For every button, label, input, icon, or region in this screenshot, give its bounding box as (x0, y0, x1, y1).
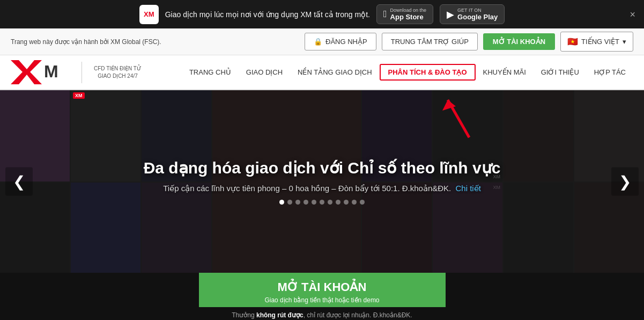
login-button[interactable]: 🔒 ĐĂNG NHẬP (305, 33, 376, 50)
apple-icon:  (383, 9, 387, 20)
dot-0[interactable] (279, 200, 284, 205)
google-play-icon: ▶ (447, 9, 454, 20)
cta-disclaimer: Thưởng không rút được, chỉ rút được lợi … (232, 311, 412, 319)
nav-item-hop-tac[interactable]: HỢP TÁC (587, 55, 633, 90)
hero-next-button[interactable]: ❯ (611, 168, 639, 196)
site-info-text: Trang web này được vận hành bởi XM Globa… (11, 38, 161, 46)
banner-close-button[interactable]: × (630, 9, 635, 20)
nav-item-trang-chu[interactable]: TRANG CHỦ (182, 55, 239, 90)
xm-main-logo: M (11, 60, 70, 84)
open-account-cta-button[interactable]: MỞ TÀI KHOẢN Giao dịch bằng tiền thật ho… (199, 273, 446, 307)
top-banner: XM Giao dịch mọi lúc mọi nơi với ứng dụn… (0, 0, 644, 28)
hero-subtitle: Tiếp cận các lĩnh vực tiên phong – 0 hoa… (163, 184, 481, 193)
dot-6[interactable] (328, 200, 332, 205)
hero-subtitle-link[interactable]: Chi tiết (455, 184, 480, 193)
cta-section: MỞ TÀI KHOẢN Giao dịch bằng tiền thật ho… (0, 273, 644, 320)
main-nav: TRANG CHỦ GIAO DỊCH NỀN TẢNG GIAO DỊCH P… (158, 55, 633, 90)
red-arrow-annotation (440, 94, 477, 145)
logo-area: M CFD TIỀN ĐIỆN TỬ GIAO DỊCH 24/7 (11, 60, 142, 84)
dot-4[interactable] (312, 200, 316, 205)
flag-icon: 🇻🇳 (567, 37, 578, 47)
dot-8[interactable] (344, 200, 349, 205)
cta-button-sub: Giao dịch bằng tiền thật hoặc tiền demo (264, 296, 379, 304)
banner-text: Giao dịch mọi lúc mọi nơi với ứng dụng X… (165, 10, 370, 19)
hero-section: XM XM XM ❮ Đa dạng hóa giao dịch với Chỉ… (0, 90, 644, 273)
nav-item-nen-tang[interactable]: NỀN TẢNG GIAO DỊCH (290, 55, 380, 90)
nav-item-gioi-thieu[interactable]: GIỚI THIỆU (534, 55, 587, 90)
dot-7[interactable] (336, 200, 340, 205)
second-bar-actions: 🔒 ĐĂNG NHẬP TRUNG TÂM TRỢ GIÚP MỞ TÀI KH… (305, 32, 633, 52)
support-button[interactable]: TRUNG TÂM TRỢ GIÚP (382, 33, 478, 50)
lock-icon: 🔒 (314, 38, 322, 46)
open-account-button-top[interactable]: MỞ TÀI KHOẢN (483, 33, 555, 50)
googleplay-button[interactable]: ▶ GET IT ON Google Play (440, 4, 505, 24)
nav-item-phan-tich[interactable]: PHÂN TÍCH & ĐÀO TẠO (380, 64, 476, 81)
nav-bar: M CFD TIỀN ĐIỆN TỬ GIAO DỊCH 24/7 TRANG … (0, 55, 644, 90)
nav-item-khuyen-mai[interactable]: KHUYẾN MÃI (476, 55, 534, 90)
hero-overlay: Đa dạng hóa giao dịch với Chỉ số theo lĩ… (0, 90, 644, 273)
logo-divider (82, 62, 82, 83)
svg-marker-0 (11, 60, 42, 84)
dot-5[interactable] (320, 200, 324, 205)
xm-logo-small: XM (139, 5, 159, 24)
dot-2[interactable] (295, 200, 300, 205)
logo-subtitle: CFD TIỀN ĐIỆN TỬ GIAO DỊCH 24/7 (94, 65, 142, 80)
language-button[interactable]: 🇻🇳 TIẾNG VIỆT ▾ (560, 32, 633, 52)
nav-item-giao-dich[interactable]: GIAO DỊCH (239, 55, 290, 90)
dot-10[interactable] (360, 200, 365, 205)
dot-1[interactable] (287, 200, 292, 205)
dot-9[interactable] (352, 200, 357, 205)
hero-dots (279, 200, 365, 205)
hero-title: Đa dạng hóa giao dịch với Chỉ số theo lĩ… (144, 158, 501, 177)
second-bar: Trang web này được vận hành bởi XM Globa… (0, 28, 644, 55)
appstore-button[interactable]:  Download on the App Store (376, 4, 433, 24)
dot-3[interactable] (304, 200, 308, 205)
chevron-down-icon: ▾ (623, 38, 626, 46)
svg-text:M: M (44, 62, 58, 81)
